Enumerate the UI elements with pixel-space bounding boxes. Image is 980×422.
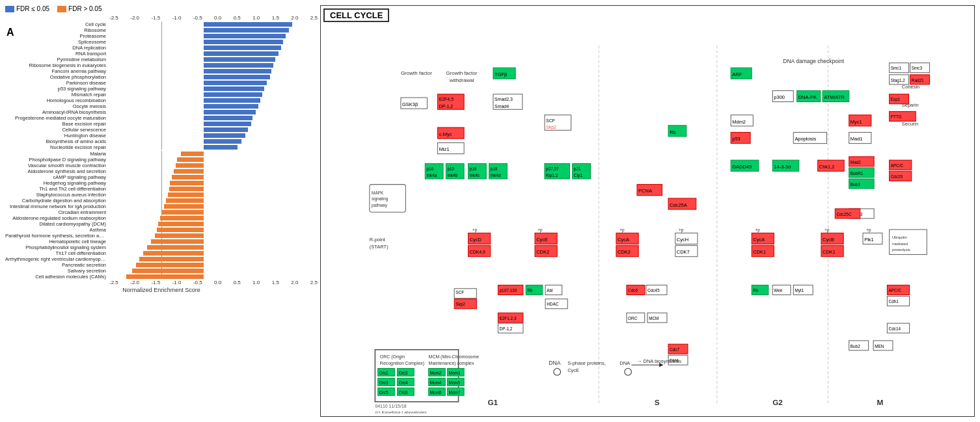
bar-label: Nucleotide excision repair [5, 144, 106, 150]
orange-bar-row: Salivary secretion [109, 268, 318, 273]
svg-point-210 [554, 369, 561, 376]
svg-text:Smad4: Smad4 [495, 104, 509, 109]
bar-label: Cell cycle [5, 21, 106, 27]
bar-fill [204, 46, 281, 50]
svg-text:CDK1: CDK1 [753, 249, 766, 255]
g2-label: G2 [772, 398, 783, 406]
bar-label: Cellular senescence [5, 127, 106, 133]
svg-text:Plk1: Plk1 [864, 237, 874, 243]
bar-fill [177, 157, 204, 162]
axis-tick: 2.5 [310, 15, 318, 21]
bar-fill [204, 104, 258, 109]
bar-track [109, 144, 298, 150]
bar-label: Phospholipase D signaling pathway [5, 157, 106, 163]
svg-text:Abl: Abl [547, 288, 552, 293]
orange-bars: MalariaPhospholipase D signaling pathway… [5, 151, 318, 279]
bar-track [109, 227, 298, 232]
bar-track [109, 204, 298, 209]
svg-text:Mcm7: Mcm7 [449, 390, 461, 395]
bar-label: p53 signaling pathway [5, 86, 106, 92]
bar-label: Hedgehog signaling pathway [5, 180, 106, 186]
bar-fill [204, 86, 264, 91]
svg-text:BubR1: BubR1 [851, 171, 864, 176]
svg-text:ORC (Origin: ORC (Origin [380, 354, 405, 360]
svg-text:ORC: ORC [628, 316, 638, 321]
blue-bar-row: Oxidative phosphorylation [109, 74, 318, 79]
bar-fill [204, 133, 245, 138]
bar-track [109, 98, 298, 103]
svg-text:CDK1: CDK1 [823, 249, 836, 255]
axis-tick-bottom: 2.5 [310, 280, 318, 285]
bar-fill [204, 22, 292, 27]
blue-bar-row: Mismatch repair [109, 92, 318, 97]
bar-label: Arrhythmogenic right ventricular cardiom… [5, 256, 106, 262]
bar-fill [169, 187, 204, 191]
bar-label: Cell adhesion molecules (CAMs) [5, 274, 106, 280]
svg-text:Cdc25C: Cdc25C [836, 212, 851, 217]
bar-track [109, 68, 298, 73]
svg-text:Apoptosis: Apoptosis [795, 136, 816, 142]
svg-text:p107,130: p107,130 [500, 288, 517, 293]
svg-text:Skp2: Skp2 [456, 302, 465, 307]
bar-track [109, 86, 298, 91]
bar-label: Homologous recombination [5, 98, 106, 103]
svg-text:Ink4b: Ink4b [447, 173, 457, 178]
bar-fill [204, 75, 270, 79]
svg-text:Ink4d: Ink4d [491, 173, 501, 178]
svg-text:S-phase proteins,: S-phase proteins, [567, 360, 606, 366]
bar-fill [160, 216, 204, 220]
svg-text:DP-1,2: DP-1,2 [439, 104, 454, 109]
svg-text:Orc1: Orc1 [379, 371, 388, 375]
svg-text:Cohesin: Cohesin [902, 84, 919, 90]
svg-text:mediated: mediated [892, 242, 908, 246]
svg-text:GADD45: GADD45 [732, 164, 752, 170]
blue-bar-row: Nucleotide excision repair [109, 144, 318, 150]
axis-tick-bottom: -1.5 [151, 280, 160, 285]
bar-label: Intestinal immune network for IgA produc… [5, 204, 106, 209]
svg-text:+p: +p [472, 228, 478, 233]
svg-text:Orc5: Orc5 [379, 390, 388, 395]
svg-text:Ink4a: Ink4a [426, 173, 437, 178]
svg-text:CycE: CycE [567, 367, 579, 373]
axis-tick-bottom: 1.0 [252, 280, 260, 285]
bar-track [109, 103, 298, 109]
blue-bar-row: Proteasome [109, 33, 318, 38]
blue-bar-row: RNA transport [109, 51, 318, 56]
svg-text:p16: p16 [426, 166, 433, 172]
svg-text:MAPK: MAPK [372, 191, 384, 195]
svg-text:Mcm3: Mcm3 [449, 371, 461, 375]
svg-text:+p: +p [824, 228, 830, 233]
bar-fill [157, 228, 204, 232]
svg-text:DNA: DNA [549, 360, 560, 366]
bar-label: Parkinson disease [5, 80, 106, 86]
bar-fill [158, 222, 204, 226]
bar-track [109, 115, 298, 120]
svg-text:p19: p19 [491, 166, 498, 172]
svg-text:→ DNA biosynthesis: → DNA biosynthesis [637, 358, 681, 364]
left-panel: FDR ≤ 0.05 FDR > 0.05 A -2.5 -2.0 -1.5 -… [5, 5, 318, 417]
bar-track [109, 256, 298, 261]
bar-track [109, 62, 298, 68]
svg-text:Securin: Securin [902, 121, 918, 127]
bar-label: Oxidative phosphorylation [5, 74, 106, 80]
svg-text:c-Myc: c-Myc [439, 131, 452, 137]
axis-tick-bottom: -0.5 [193, 280, 202, 285]
g1-label: G1 [487, 398, 498, 406]
bar-track [109, 133, 298, 138]
bar-track [109, 121, 298, 126]
svg-text:Myc1: Myc1 [851, 119, 862, 125]
svg-text:Smc3: Smc3 [912, 66, 923, 70]
svg-text:p15: p15 [447, 166, 454, 172]
bar-track [109, 33, 298, 38]
svg-text:Ink4c: Ink4c [470, 173, 480, 178]
svg-text:CycE: CycE [536, 237, 548, 243]
orange-bar-row: Circadian entrainment [109, 209, 318, 215]
svg-text:p27,57: p27,57 [546, 166, 559, 172]
bar-fill [170, 181, 204, 185]
svg-text:Smc1: Smc1 [891, 66, 902, 70]
svg-text:+p: +p [679, 228, 684, 233]
svg-text:Cdc20: Cdc20 [891, 174, 903, 179]
blue-bar-row: Parkinson disease [109, 80, 318, 85]
orange-bar-row: Staphylococcus aureus infection [109, 192, 318, 197]
svg-text:CycA: CycA [618, 237, 629, 243]
